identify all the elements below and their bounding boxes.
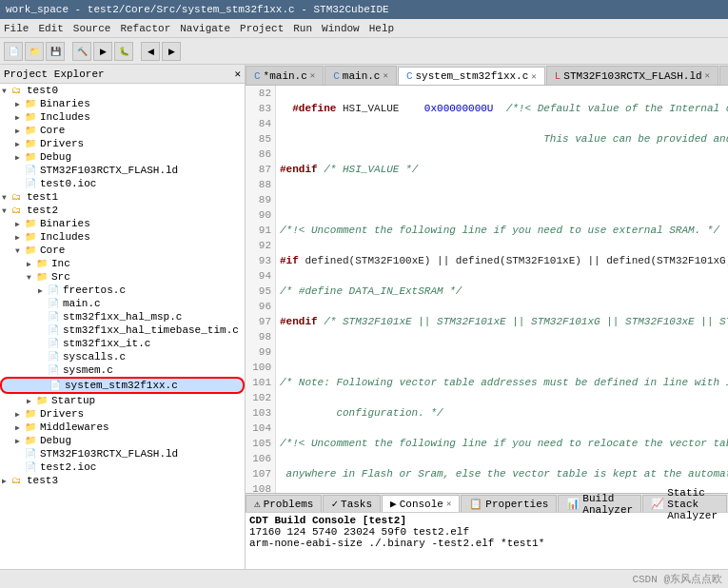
code-content[interactable]: #define HSI_VALUE 0x00000000U /*!< Defau… xyxy=(276,86,728,493)
label-main: main.c xyxy=(63,298,101,309)
build-analyzer-icon: 📊 xyxy=(566,498,580,510)
file-icon-sysmem: 📄 xyxy=(48,364,61,376)
tree-item-test3[interactable]: ▶ 🗂 test3 xyxy=(0,474,245,487)
label-it: stm32f1xx_it.c xyxy=(63,338,150,349)
close-icon-system[interactable]: ✕ xyxy=(531,71,536,82)
console-icon: ▶ xyxy=(390,498,397,510)
tasks-icon: ✓ xyxy=(331,498,338,510)
folder-icon-test2: 🗂 xyxy=(11,205,25,216)
file-icon-system: 📄 xyxy=(49,380,63,391)
tree-item-test0-flash[interactable]: 📄 STM32F103RCTX_FLASH.ld xyxy=(0,164,245,177)
tree-item-test2-core[interactable]: ▼ 📁 Core xyxy=(0,244,245,257)
tree-item-test2[interactable]: ▼ 🗂 test2 xyxy=(0,204,245,217)
tab-problems[interactable]: ⚠ Problems xyxy=(246,495,322,512)
toolbar: 📄 📁 💾 🔨 ▶ 🐛 ◀ ▶ xyxy=(0,38,728,65)
close-icon-main-star[interactable]: ✕ xyxy=(310,70,315,81)
label-test0-binaries: Binaries xyxy=(40,98,90,109)
tree-item-test2-src[interactable]: ▼ 📁 Src xyxy=(0,270,245,284)
tree-item-test2-binaries[interactable]: ▶ 📁 Binaries xyxy=(0,217,245,230)
tab-tasks-label: Tasks xyxy=(341,499,372,510)
tab-build-analyzer[interactable]: 📊 Build Analyzer xyxy=(558,495,641,512)
tree-item-test0-drivers[interactable]: ▶ 📁 Drivers xyxy=(0,137,245,150)
tree-item-startup[interactable]: ▶ 📁 Startup xyxy=(0,394,245,407)
file-icon-test2-ioc: 📄 xyxy=(25,461,38,473)
toolbar-build[interactable]: 🔨 xyxy=(72,42,91,61)
menu-refactor[interactable]: Refactor xyxy=(120,23,170,34)
tree-item-sysmem[interactable]: 📄 sysmem.c xyxy=(0,363,245,377)
tree-item-freertos[interactable]: ▶ 📄 freertos.c xyxy=(0,284,245,297)
tree-item-test0-core[interactable]: ▶ 📁 Core xyxy=(0,124,245,137)
menu-run[interactable]: Run xyxy=(293,23,312,34)
tree-item-main[interactable]: 📄 main.c xyxy=(0,297,245,310)
close-icon-flash[interactable]: ✕ xyxy=(705,70,710,81)
toolbar-new[interactable]: 📄 xyxy=(4,42,23,61)
tree-item-syscalls[interactable]: 📄 syscalls.c xyxy=(0,350,245,363)
tab-properties[interactable]: 📋 Properties xyxy=(461,495,557,512)
toolbar-save[interactable]: 💾 xyxy=(46,42,65,61)
folder-icon-test2-binaries: 📁 xyxy=(25,218,38,229)
file-icon-hal-tim: 📄 xyxy=(48,324,61,336)
tab-stm32[interactable]: STM32F1... ✕ xyxy=(719,66,728,85)
menu-project[interactable]: Project xyxy=(240,23,284,34)
file-icon-hal-msp: 📄 xyxy=(48,311,61,323)
tab-main-star[interactable]: C *main.c ✕ xyxy=(246,66,324,85)
label-test0-flash: STM32F103RCTX_FLASH.ld xyxy=(40,165,178,176)
code-line-94: anywhere in Flash or Sram, else the vect… xyxy=(280,466,724,481)
tree-item-hal-tim[interactable]: 📄 stm32f1xx_hal_timebase_tim.c xyxy=(0,323,245,337)
tree-item-test0-ioc[interactable]: 📄 test0.ioc xyxy=(0,177,245,190)
menu-source[interactable]: Source xyxy=(73,23,111,34)
tab-tasks[interactable]: ✓ Tasks xyxy=(323,495,381,512)
code-line-93: /*!< Uncomment the following line if you… xyxy=(280,436,724,451)
menu-help[interactable]: Help xyxy=(369,23,394,34)
line-numbers: 82 83 84 85 86 87 88 89 90 91 92 93 94 9… xyxy=(246,86,276,493)
menu-navigate[interactable]: Navigate xyxy=(180,23,230,34)
code-line-87: #if defined(STM32F100xE) || defined(STM3… xyxy=(280,253,724,268)
tree-item-middlewares[interactable]: ▶ 📁 Middlewares xyxy=(0,421,245,434)
arrow-test0-includes: ▶ xyxy=(15,113,25,122)
file-icon-test2-ld: 📄 xyxy=(25,448,38,460)
close-console-icon[interactable]: ✕ xyxy=(446,499,451,509)
tree-item-it[interactable]: 📄 stm32f1xx_it.c xyxy=(0,337,245,350)
console-title: CDT Build Console [test2] xyxy=(249,515,724,526)
toolbar-run[interactable]: ▶ xyxy=(93,42,112,61)
tree-item-test1[interactable]: ▼ 🗂 test1 xyxy=(0,190,245,204)
tree-item-hal-msp[interactable]: 📄 stm32f1xx_hal_msp.c xyxy=(0,310,245,323)
tree-item-test2-includes[interactable]: ▶ 📁 Includes xyxy=(0,230,245,244)
label-system: system_stm32f1xx.c xyxy=(65,380,178,391)
tab-flash[interactable]: L STM32F103RCTX_FLASH.ld ✕ xyxy=(546,66,718,85)
close-icon-main[interactable]: ✕ xyxy=(383,70,387,81)
arrow-test0: ▼ xyxy=(2,87,11,95)
tab-icon-flash: L xyxy=(555,70,561,82)
tree-item-test0-includes[interactable]: ▶ 📁 Includes xyxy=(0,110,245,124)
tree-item-test2-debug[interactable]: ▶ 📁 Debug xyxy=(0,434,245,447)
menu-file[interactable]: File xyxy=(4,23,29,34)
toolbar-forward[interactable]: ▶ xyxy=(162,42,181,61)
label-sysmem: sysmem.c xyxy=(63,364,113,376)
tab-console[interactable]: ▶ Console ✕ xyxy=(382,495,460,512)
console-line1: 17160 124 5740 23024 59f0 test2.elf xyxy=(249,526,724,538)
label-test0-debug: Debug xyxy=(40,151,71,163)
tree-item-test2-drivers[interactable]: ▶ 📁 Drivers xyxy=(0,407,245,421)
menu-edit[interactable]: Edit xyxy=(38,23,63,34)
menu-window[interactable]: Window xyxy=(322,23,360,34)
arrow-test2-drivers: ▶ xyxy=(15,410,25,419)
tree-item-test0-binaries[interactable]: ▶ 📁 Binaries xyxy=(0,97,245,110)
tree-item-test0[interactable]: ▼ 🗂 test0 xyxy=(0,84,245,97)
tree-item-test0-debug[interactable]: ▶ 📁 Debug xyxy=(0,150,245,164)
tab-static-stack[interactable]: 📈 Static Stack Analyzer xyxy=(642,495,727,512)
toolbar-back[interactable]: ◀ xyxy=(141,42,160,61)
tree-item-test2-ioc[interactable]: 📄 test2.ioc xyxy=(0,461,245,474)
code-editor[interactable]: 82 83 84 85 86 87 88 89 90 91 92 93 94 9… xyxy=(246,86,728,493)
pe-close[interactable]: ✕ xyxy=(234,68,241,80)
tree-item-test2-flash[interactable]: 📄 STM32F103RCTX_FLASH.ld xyxy=(0,447,245,461)
tree-item-test2-inc[interactable]: ▶ 📁 Inc xyxy=(0,257,245,270)
folder-icon-test0-core: 📁 xyxy=(25,125,38,136)
code-line-83: This value can be provided and adap xyxy=(280,131,724,147)
tree-item-system[interactable]: 📄 system_stm32f1xx.c xyxy=(0,377,245,394)
code-line-85 xyxy=(280,192,724,207)
tab-icon-system: C xyxy=(406,70,413,82)
tab-main[interactable]: C main.c ✕ xyxy=(325,66,397,85)
toolbar-open[interactable]: 📁 xyxy=(25,42,44,61)
tab-system[interactable]: C system_stm32f1xx.c ✕ xyxy=(398,67,545,86)
toolbar-debug[interactable]: 🐛 xyxy=(114,42,133,61)
